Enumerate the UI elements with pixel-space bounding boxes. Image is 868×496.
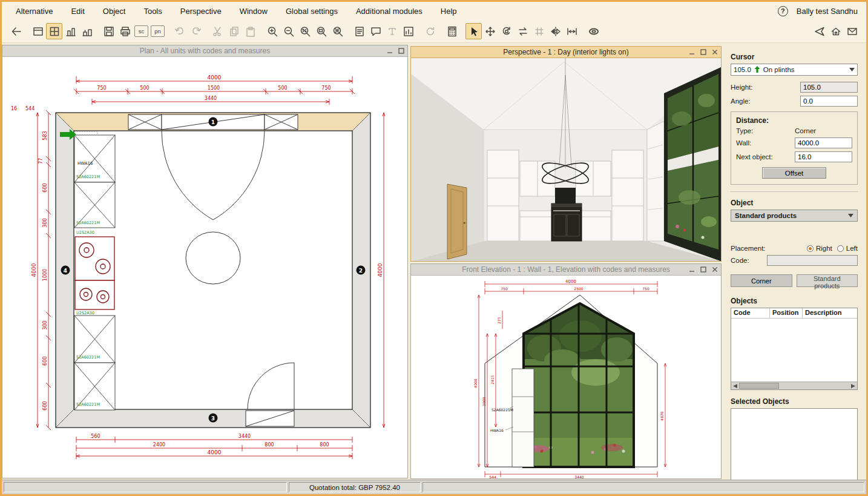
menu-global-settings[interactable]: Global settings	[277, 7, 347, 16]
select-cursor-icon[interactable]	[465, 23, 482, 39]
placement-left-radio[interactable]: Left	[837, 245, 858, 252]
menu-help[interactable]: Help	[432, 7, 466, 16]
donut-3d-icon[interactable]	[585, 23, 602, 39]
dim-label: 600	[42, 356, 48, 365]
zoom-scale-icon[interactable]	[297, 23, 313, 39]
standard-products-button[interactable]: Standard products	[797, 274, 858, 287]
dim-label: 750	[321, 85, 330, 91]
rotate-object-icon[interactable]	[498, 23, 515, 39]
email-icon[interactable]	[844, 23, 860, 39]
angle-field[interactable]	[800, 96, 858, 107]
perspective-window: Perspective - 1 : Day (interior lights o…	[410, 46, 722, 262]
plan-canvas[interactable]: HWA16 S2A60221M S2A60221M U2S2A30 U2S2A3…	[2, 57, 407, 478]
code-label: HWA16	[490, 428, 504, 432]
move-object-icon[interactable]	[482, 23, 498, 39]
zoom-out-icon[interactable]	[280, 23, 297, 39]
menu-edit[interactable]: Edit	[62, 7, 93, 16]
all-elevations-icon[interactable]	[79, 23, 95, 39]
cursor-mode-dropdown[interactable]: 105.0 On plinths	[731, 64, 858, 76]
maximize-icon[interactable]	[699, 48, 708, 56]
distance-next-object-field[interactable]	[795, 151, 852, 162]
close-icon[interactable]	[710, 48, 719, 56]
maximize-icon[interactable]	[699, 265, 708, 274]
wall-badge: 1	[211, 119, 215, 125]
column-code[interactable]: Code	[731, 308, 770, 318]
code-label: S2A60221M	[76, 220, 100, 225]
dim-label: 2415	[490, 375, 495, 384]
scrollbar-track[interactable]	[739, 382, 849, 389]
redo-icon[interactable]	[188, 23, 204, 39]
offset-button[interactable]: Offset	[762, 167, 826, 179]
save-icon[interactable]	[100, 23, 117, 39]
measure-icon[interactable]	[564, 23, 580, 39]
menu-window[interactable]: Window	[231, 7, 277, 16]
zoom-all-icon[interactable]	[329, 23, 346, 39]
column-position[interactable]: Position	[770, 308, 803, 318]
calculator-icon[interactable]	[444, 23, 460, 39]
pan-button[interactable]: pn	[151, 25, 165, 37]
menu-tools[interactable]: Tools	[134, 7, 171, 16]
item-chart-icon[interactable]	[400, 23, 416, 39]
menu-perspective[interactable]: Perspective	[171, 7, 231, 16]
corner-button[interactable]: Corner	[731, 274, 792, 287]
new-plan-window-icon[interactable]	[30, 23, 46, 39]
mirror-icon[interactable]	[547, 23, 564, 39]
paste-icon[interactable]	[242, 23, 258, 39]
print-icon[interactable]	[117, 23, 133, 39]
cursor-mode-label: On plinths	[763, 66, 795, 73]
menu-object[interactable]: Object	[94, 7, 135, 16]
scale-button[interactable]: sc	[134, 25, 148, 37]
objects-table-body[interactable]	[731, 319, 857, 382]
menu-additional-modules[interactable]: Additional modules	[347, 7, 432, 16]
column-description[interactable]: Description	[803, 308, 857, 318]
text-icon[interactable]	[384, 23, 400, 39]
send-icon[interactable]	[811, 23, 827, 39]
elevation-canvas[interactable]: S2A60221M HWA16	[411, 276, 721, 478]
objects-table-scrollbar[interactable]	[731, 382, 857, 389]
zoom-window-icon[interactable]	[313, 23, 329, 39]
objects-table-header: Code Position Description	[731, 308, 857, 319]
height-field[interactable]	[800, 82, 858, 93]
zoom-in-icon[interactable]	[264, 23, 280, 39]
scrollbar-thumb[interactable]	[739, 383, 779, 389]
note-icon[interactable]	[351, 23, 367, 39]
placement-label: Placement:	[731, 245, 802, 252]
minimize-icon[interactable]	[385, 47, 394, 55]
distance-wall-field[interactable]	[795, 137, 852, 148]
cursor-height-value: 105.0	[734, 66, 751, 73]
selected-objects-list[interactable]	[731, 408, 858, 489]
maximize-icon[interactable]	[396, 47, 406, 55]
menu-alternative[interactable]: Alternative	[7, 7, 62, 16]
perspective-titlebar[interactable]: Perspective - 1 : Day (interior lights o…	[411, 47, 721, 58]
minimize-icon[interactable]	[687, 265, 696, 274]
share-home-icon[interactable]	[827, 23, 844, 39]
cut-icon[interactable]	[209, 23, 226, 39]
plan-view-icon[interactable]	[46, 23, 62, 39]
comment-icon[interactable]	[367, 23, 384, 39]
minimize-icon[interactable]	[687, 48, 696, 56]
dim-label: 2400	[153, 442, 165, 448]
undo-icon[interactable]	[171, 23, 188, 39]
plan-titlebar[interactable]: Plan - All units with codes and measures	[2, 45, 407, 57]
refresh-icon[interactable]	[422, 23, 438, 39]
grid-icon[interactable]	[531, 23, 547, 39]
dim-label: 300	[42, 320, 48, 329]
code-label: HWA16	[77, 161, 93, 166]
close-icon[interactable]	[710, 265, 719, 274]
back-icon[interactable]	[8, 23, 24, 39]
elevation-titlebar[interactable]: Front Elevation - 1 : Wall - 1, Elevatio…	[411, 264, 721, 276]
distance-wall-label: Wall:	[736, 139, 795, 147]
object-category-dropdown[interactable]: Standard products	[731, 210, 858, 222]
swap-objects-icon[interactable]	[515, 23, 531, 39]
wall-elevation-icon[interactable]	[62, 23, 79, 39]
scroll-left-icon[interactable]	[731, 382, 739, 390]
perspective-canvas[interactable]	[411, 58, 721, 261]
copy-icon[interactable]	[226, 23, 242, 39]
dim-label: 500	[140, 85, 149, 91]
distance-group: Distance: Type: Corner Wall: Next object…	[731, 111, 858, 185]
code-label: S2A60221M	[76, 402, 100, 407]
help-icon[interactable]: ?	[778, 6, 788, 16]
code-field[interactable]	[767, 255, 858, 266]
placement-right-radio[interactable]: Right	[807, 245, 832, 252]
scroll-right-icon[interactable]	[849, 382, 857, 390]
